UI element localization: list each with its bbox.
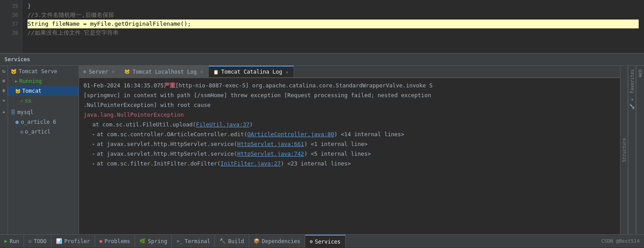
structure-label: Structure bbox=[622, 138, 627, 162]
todo-icon: ☑ bbox=[28, 238, 32, 244]
log-line-3: .NullPointerException] with root cause bbox=[83, 100, 616, 110]
expand-icon-9[interactable]: ▸ bbox=[92, 159, 95, 169]
log-text-3: .NullPointerException] with root cause bbox=[83, 100, 211, 110]
services-label: Services bbox=[315, 239, 341, 245]
o-article-table-item[interactable]: ⊞ o_articl bbox=[8, 127, 79, 137]
tab-profiler[interactable]: 📊 Profiler bbox=[52, 235, 95, 248]
services-header-text: Services bbox=[4, 56, 30, 63]
log-after-4: ) <5 internal lines> bbox=[304, 149, 371, 159]
log-at-2: at com.sc.controller.OArticleController.… bbox=[97, 130, 247, 139]
tomcat-instance-item[interactable]: 🐱 Tomcat bbox=[8, 86, 79, 96]
o-article-item[interactable]: ⬢ o_article 6 bbox=[8, 117, 79, 127]
catalina-tab-close[interactable]: ✕ bbox=[285, 69, 289, 75]
dependencies-icon: 📦 bbox=[254, 238, 260, 244]
httpservlet2-link[interactable]: HttpServlet.java:742 bbox=[237, 149, 304, 159]
log-after-1: ) bbox=[250, 120, 253, 130]
dependencies-label: Dependencies bbox=[262, 238, 301, 244]
tab-catalina-log[interactable]: 📋 Tomcat Catalina Log ✕ bbox=[209, 66, 294, 77]
log-text-2: [springmvc] in context with path [/ssmHo… bbox=[83, 91, 431, 100]
log-at-3: at javax.servlet.http.HttpServlet.servic… bbox=[97, 139, 237, 149]
code-line-36: //3.文件名随机唯一,后缀名保留 bbox=[28, 11, 639, 20]
tree-content: 🐱 Tomcat Serve ▶ Running 🐱 Tomcat ✓ ss 🗄 bbox=[8, 66, 79, 234]
initfilter-link[interactable]: InitFilter.java:27 bbox=[220, 159, 280, 169]
running-label: Running bbox=[19, 78, 42, 84]
tomcat-server-label: Tomcat Serve bbox=[19, 68, 57, 75]
db-item-icon: ⬢ bbox=[15, 120, 19, 125]
expand-icon-6[interactable]: ▸ bbox=[92, 130, 95, 139]
tab-problems[interactable]: ● Problems bbox=[95, 235, 135, 248]
csdn-watermark: CSDN @Best514 bbox=[601, 238, 644, 244]
expand-icon-7[interactable]: ▸ bbox=[92, 139, 95, 149]
table-icon: ⊞ bbox=[20, 130, 23, 134]
puzzle-icon[interactable]: ✦ bbox=[0, 108, 8, 115]
tab-todo[interactable]: ☑ TODO bbox=[24, 235, 52, 248]
log-after-5: ) <23 internal lines> bbox=[281, 159, 351, 169]
log-line-5: at com.sc.util.FileUtil.upload(FileUtil.… bbox=[83, 120, 616, 130]
code-editor: 35 36 37 38 } //3.文件名随机唯一,后缀名保留 String f… bbox=[0, 0, 644, 53]
o-article-label: o_article 6 bbox=[21, 119, 56, 125]
build-label: Build bbox=[228, 238, 244, 244]
log-at-1: at com.sc.util.FileUtil.upload( bbox=[92, 120, 196, 130]
catalina-tab-icon: 📋 bbox=[213, 70, 219, 75]
structure-sidebar[interactable]: Structure bbox=[620, 66, 628, 234]
problems-label: Problems bbox=[104, 238, 130, 244]
expand-icon-8[interactable]: ▸ bbox=[92, 149, 95, 159]
services-panel: ↻ ≡ ≑ » ✦ 🐱 Tomcat Serve ▶ Running 🐱 Tom… bbox=[0, 66, 644, 234]
tab-run[interactable]: ▶ Run bbox=[0, 235, 24, 248]
localhost-tab-close[interactable]: ✕ bbox=[199, 69, 204, 75]
check-icon: ✓ bbox=[20, 98, 23, 103]
more-icon[interactable]: » bbox=[0, 97, 8, 104]
refresh-icon[interactable]: ↻ bbox=[0, 67, 8, 75]
log-at-5: at com.sc.filter.InitFilter.doFilter( bbox=[97, 159, 220, 169]
fileutil-link[interactable]: FileUtil.java:37 bbox=[196, 120, 249, 130]
log-line-1: 01-Feb-2024 16:34:35.075 严重 [http-nio-80… bbox=[83, 81, 616, 91]
tab-terminal[interactable]: >_ Terminal bbox=[172, 235, 215, 248]
expand-all-icon[interactable]: ≑ bbox=[0, 87, 8, 94]
tab-build[interactable]: 🔨 Build bbox=[215, 235, 249, 248]
localhost-tab-icon: 🐱 bbox=[124, 69, 130, 74]
httpservlet1-link[interactable]: HttpServlet.java:661 bbox=[237, 139, 304, 149]
terminal-icon: >_ bbox=[176, 238, 182, 244]
log-after-2: ) <14 internal lines> bbox=[334, 130, 404, 139]
tomcat-server-item[interactable]: 🐱 Tomcat Serve bbox=[8, 67, 79, 76]
run-icon: ▶ bbox=[4, 238, 8, 244]
left-icon-sidebar: ↻ ≡ ≑ » ✦ bbox=[0, 66, 8, 234]
code-line-35: } bbox=[28, 2, 639, 11]
favorites-sidebar[interactable]: Favorites ★ 🔧 bbox=[628, 66, 636, 234]
tab-spring[interactable]: 🌿 Spring bbox=[135, 235, 172, 248]
log-line-8: ▸ at javax.servlet.http.HttpServlet.serv… bbox=[83, 149, 616, 159]
services-icon: ⚙ bbox=[310, 239, 313, 244]
running-item[interactable]: ▶ Running bbox=[8, 76, 79, 86]
log-panel: ⚙ Server ✕ 🐱 Tomcat Localhost Log ✕ 📋 To… bbox=[79, 66, 620, 234]
log-line-9: ▸ at com.sc.filter.InitFilter.doFilter(I… bbox=[83, 159, 616, 169]
tab-localhost-log[interactable]: 🐱 Tomcat Localhost Log ✕ bbox=[120, 66, 209, 77]
ss-item[interactable]: ✓ ss bbox=[8, 96, 79, 106]
ss-label: ss bbox=[25, 98, 31, 104]
code-line-38: //如果没有上传文件 它是空字符串 bbox=[28, 28, 639, 37]
profiler-icon: 📊 bbox=[56, 238, 62, 244]
favorites-icon2[interactable]: 🔧 bbox=[629, 103, 636, 110]
log-line-4: java.lang.NullPointerException bbox=[83, 110, 616, 120]
tab-services[interactable]: ⚙ Services bbox=[305, 235, 345, 248]
tab-server[interactable]: ⚙ Server ✕ bbox=[79, 66, 120, 77]
favorites-icon[interactable]: ★ bbox=[629, 97, 636, 103]
server-tab-label: Server bbox=[89, 69, 108, 75]
tab-dependencies[interactable]: 📦 Dependencies bbox=[249, 235, 306, 248]
bottom-toolbar: ▶ Run ☑ TODO 📊 Profiler ● Problems 🌿 Spr… bbox=[0, 234, 644, 248]
log-content: 01-Feb-2024 16:34:35.075 严重 [http-nio-80… bbox=[79, 78, 620, 234]
sort-icon[interactable]: ≡ bbox=[0, 77, 8, 84]
todo-label: TODO bbox=[34, 238, 47, 244]
oarticle-link[interactable]: OArticleController.java:80 bbox=[247, 130, 334, 139]
problems-icon: ● bbox=[99, 238, 103, 244]
log-after-3: ) <1 internal line> bbox=[304, 139, 368, 149]
favorites-label: Favorites bbox=[629, 66, 636, 97]
server-tab-close[interactable]: ✕ bbox=[111, 69, 115, 75]
services-header: Services bbox=[0, 53, 644, 66]
log-level-1: 严重 bbox=[164, 81, 175, 91]
mysql-icon: 🗄 bbox=[11, 110, 16, 115]
web-sidebar[interactable]: Web bbox=[636, 66, 644, 234]
mysql-item[interactable]: 🗄 mysql bbox=[8, 107, 79, 117]
spring-icon: 🌿 bbox=[139, 238, 146, 244]
run-label: Run bbox=[10, 238, 20, 244]
terminal-label: Terminal bbox=[185, 238, 211, 244]
